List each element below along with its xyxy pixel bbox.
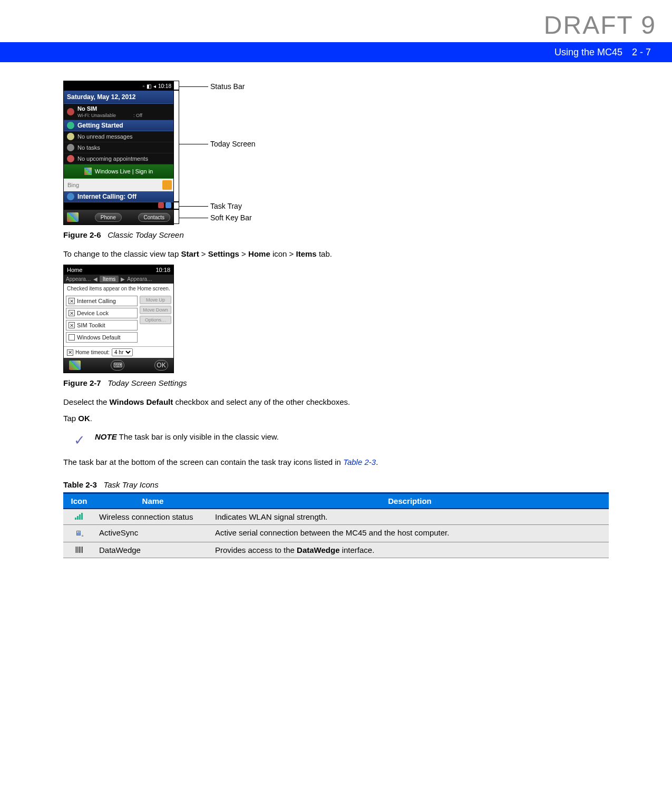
- cell-desc: Indicates WLAN signal strength.: [211, 509, 609, 525]
- page-header-bar: Using the MC45 2 - 7: [0, 42, 672, 62]
- internet-calling-row: Internet Calling: Off: [64, 191, 173, 202]
- windows-logo-icon: [84, 168, 92, 175]
- device-screenshot-today: ▫ ◧ ◂ 10:18 Saturday, May 12, 2012 No SI…: [63, 81, 174, 225]
- figure-2-6-caption: Figure 2-6 Classic Today Screen: [63, 230, 609, 239]
- gs-icon: [67, 122, 74, 129]
- sim-status-row: No SIM Wi-Fi: Unavailable : Off: [64, 104, 173, 120]
- list-item[interactable]: ✕SIM Toolkit: [66, 320, 138, 330]
- windows-live-row: Windows Live | Sign in: [64, 164, 173, 179]
- list-item[interactable]: ✕Internet Calling: [66, 296, 138, 306]
- list-item[interactable]: Windows Default: [66, 332, 138, 343]
- checkbox[interactable]: [69, 334, 75, 340]
- intcall-text: Internet Calling: Off: [77, 193, 137, 200]
- callout-status-bar: Status Bar: [210, 82, 245, 91]
- figure-2-6: ▫ ◧ ◂ 10:18 Saturday, May 12, 2012 No SI…: [63, 81, 609, 225]
- callout-task-tray: Task Tray: [210, 202, 242, 210]
- page-header-title: Using the MC45: [554, 47, 622, 58]
- unread-row: No unread messages: [64, 131, 173, 142]
- bing-search-button[interactable]: [162, 180, 172, 190]
- signal-icon: ▫: [142, 83, 144, 89]
- tab-items[interactable]: Items: [100, 276, 119, 283]
- keyboard-button[interactable]: ⌨: [111, 360, 124, 371]
- phone-softkey[interactable]: Phone: [95, 213, 122, 222]
- bing-search-input[interactable]: [65, 181, 162, 189]
- instruction-tap-ok: Tap OK.: [63, 413, 609, 424]
- svg-rect-0: [75, 518, 76, 520]
- cell-name: DataWedge: [95, 542, 211, 558]
- cell-name: Wireless connection status: [95, 509, 211, 525]
- list-item[interactable]: ✕Device Lock: [66, 308, 138, 318]
- sim-icon: [67, 108, 74, 115]
- tray-icon-1: [158, 202, 164, 208]
- page-header-pagenum: 2 - 7: [632, 47, 651, 58]
- note-label: NOTE: [95, 432, 117, 441]
- settings-item-list: ✕Internet Calling ✕Device Lock ✕SIM Tool…: [66, 296, 138, 344]
- options-button[interactable]: Options…: [140, 316, 171, 324]
- tasks-text: No tasks: [77, 144, 100, 151]
- figure-2-7-caption: Figure 2-7 Today Screen Settings: [63, 378, 609, 387]
- datawedge-icon: [75, 546, 83, 554]
- wifi-signal-icon: [75, 512, 83, 521]
- svg-rect-6: [78, 547, 79, 553]
- table-row: 🖥▫ ActiveSync Active serial connection b…: [63, 525, 609, 542]
- svg-rect-2: [79, 514, 81, 520]
- table-row: DataWedge Provides access to the DataWed…: [63, 542, 609, 558]
- intcall-icon: [67, 193, 74, 200]
- status-bar: ▫ ◧ ◂ 10:18: [64, 81, 173, 91]
- timeout-select[interactable]: 4 hr: [112, 348, 133, 356]
- tab-appearance-left[interactable]: Appeara…: [66, 276, 91, 282]
- settings-hint: Checked items appear on the Home screen.: [64, 284, 173, 294]
- timeout-label: Home timeout:: [75, 349, 110, 355]
- bing-search-row: [64, 179, 173, 191]
- contacts-softkey[interactable]: Contacts: [138, 213, 170, 222]
- arrow-right-icon: ▶: [121, 276, 125, 282]
- start-button[interactable]: [67, 212, 79, 222]
- checkmark-icon: ✓: [74, 432, 85, 449]
- activesync-icon: 🖥▫: [75, 529, 84, 537]
- arrow-left-icon: ◀: [93, 276, 98, 282]
- nosim-title: No SIM: [77, 105, 97, 112]
- checkbox[interactable]: ✕: [69, 310, 75, 316]
- table-row: Wireless connection status Indicates WLA…: [63, 509, 609, 525]
- appointments-row: No upcoming appointments: [64, 153, 173, 164]
- tray-icon-2: [165, 202, 171, 208]
- move-up-button[interactable]: Move Up: [140, 296, 171, 304]
- checkbox[interactable]: ✕: [69, 322, 75, 328]
- gs-text: Getting Started: [77, 122, 123, 129]
- mail-icon: [67, 133, 74, 140]
- svg-rect-7: [79, 547, 80, 553]
- svg-rect-9: [82, 547, 83, 553]
- table-2-3-link[interactable]: Table 2-3: [343, 457, 376, 466]
- cell-name: ActiveSync: [95, 525, 211, 542]
- timeout-checkbox[interactable]: ✕: [67, 349, 73, 356]
- settings-tabbar: Appeara… ◀ Items ▶ Appeara…: [64, 275, 173, 284]
- callout-soft-key-bar: Soft Key Bar: [210, 213, 252, 222]
- settings-clock: 10:18: [155, 267, 170, 273]
- keyboard-icon: ⌨: [113, 362, 122, 369]
- checkbox[interactable]: ✕: [69, 298, 75, 304]
- cell-desc: Active serial connection between the MC4…: [211, 525, 609, 542]
- instruction-taskbar: The task bar at the bottom of the screen…: [63, 457, 609, 468]
- svg-rect-3: [81, 513, 83, 520]
- svg-rect-1: [77, 516, 79, 520]
- svg-rect-5: [76, 547, 77, 553]
- start-button[interactable]: [69, 361, 81, 370]
- task-tray: [64, 202, 173, 210]
- move-down-button[interactable]: Move Down: [140, 306, 171, 314]
- instruction-change-view: To change to the classic view tap Start …: [63, 249, 609, 259]
- volume-icon: ◂: [153, 83, 156, 89]
- tasks-row: No tasks: [64, 142, 173, 153]
- date-text: Saturday, May 12, 2012: [67, 93, 136, 101]
- bt-status: : Off: [133, 113, 142, 118]
- network-icon: ◧: [147, 83, 151, 89]
- th-icon: Icon: [63, 493, 95, 509]
- tasks-icon: [67, 144, 74, 151]
- ok-button[interactable]: OK: [154, 360, 168, 371]
- svg-rect-8: [81, 547, 81, 553]
- device-screenshot-settings: Home 10:18 Appeara… ◀ Items ▶ Appeara… C…: [63, 265, 174, 373]
- unread-text: No unread messages: [77, 133, 133, 140]
- note-block: ✓ NOTE The task bar is only visible in t…: [74, 432, 609, 449]
- tab-appearance-right[interactable]: Appeara…: [127, 276, 152, 282]
- callout-today-screen: Today Screen: [210, 140, 256, 148]
- svg-rect-4: [75, 547, 76, 553]
